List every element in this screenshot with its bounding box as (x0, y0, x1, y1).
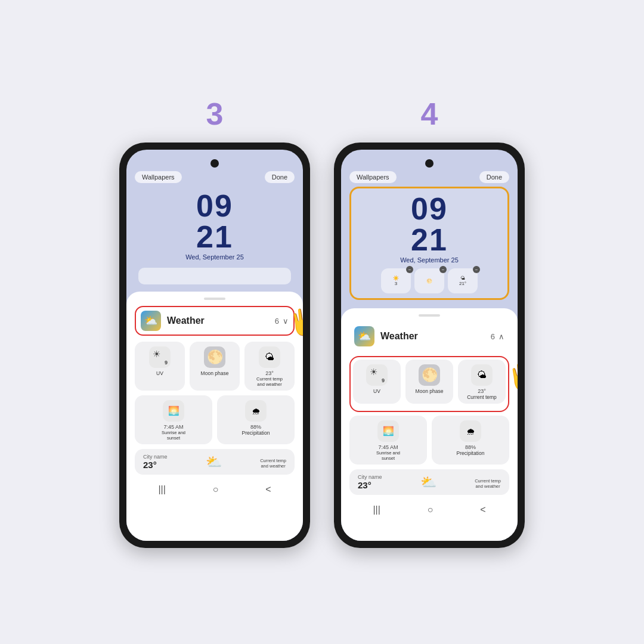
wallpapers-btn-4[interactable]: Wallpapers (349, 171, 397, 183)
bottom-sheet-4: ⛅ Weather 6 ∧ ☀ 9 (341, 308, 518, 541)
moon-widget-4[interactable]: 🌕 Moon phase (405, 360, 453, 404)
sunrise-widget-4[interactable]: 🌅 7:45 AM Sunrise andsunset (349, 416, 427, 465)
chevron-3: ∨ (283, 317, 289, 326)
remove-moon-btn-4[interactable]: − (439, 266, 447, 273)
precip-value-4: 88% (465, 444, 476, 450)
precip-icon-3: 🌧 (245, 400, 267, 422)
sheet-handle-3 (204, 298, 225, 300)
clock-date-4: Wed, September 25 (400, 256, 459, 264)
clock-hour-4: 09 (411, 193, 448, 224)
search-bar-3[interactable] (138, 268, 291, 284)
uv-label-3: UV (156, 370, 163, 376)
menu-btn-4[interactable]: ||| (373, 504, 380, 515)
phone-3-topbar: Wallpapers Done (126, 165, 303, 187)
weather-header-4[interactable]: ⛅ Weather 6 ∧ (349, 323, 509, 350)
weather-header-3[interactable]: ⛅ Weather 6 ∨ (135, 306, 295, 336)
sunrise-icon-4: 🌅 (377, 420, 399, 442)
current-temp-widget-4[interactable]: 🌤 23° Current temp (458, 360, 506, 404)
uv-label-4: UV (373, 388, 380, 394)
sunrise-label-4: Sunrise andsunset (376, 450, 400, 461)
precip-widget-3[interactable]: 🌧 88% Precipitation (217, 395, 295, 444)
weather-app-icon-4: ⛅ (354, 326, 374, 346)
current-temp-widget-3[interactable]: 🌤 23° Current tempand weather (244, 342, 295, 391)
temp-label-4: Current temp (467, 394, 497, 400)
widget-row1-highlight-4: ☀ 9 UV 🌕 Moon phase (349, 356, 509, 412)
chevron-4: ∧ (499, 332, 504, 341)
sunrise-value-3: 7:45 AM (163, 424, 183, 430)
city-label-3: Current tempand weather (260, 458, 286, 469)
precip-widget-4[interactable]: 🌧 88% Precipitation (432, 416, 509, 465)
cloud-icon-4: 🌤 (471, 364, 493, 386)
city-label-4: Current tempand weather (475, 478, 501, 489)
weather-count-3: 6 (275, 317, 279, 326)
city-info-4: City name 23° (358, 474, 382, 490)
uv-icon-3: ☀ 9 (149, 346, 171, 368)
sunrise-widget-3[interactable]: 🌅 7:45 AM Sunrise andsunset (135, 395, 212, 444)
main-container: 3 Wallpapers Done 09 21 Wed, September 2… (0, 0, 644, 644)
weather-title-3: Weather (167, 315, 275, 326)
clock-hour-3: 09 (196, 190, 233, 221)
cloud-icon-3: 🌤 (259, 346, 280, 368)
mini-cloud-icon-4: 🌤 (460, 275, 465, 281)
clock-date-3: Wed, September 25 (185, 253, 244, 261)
mini-widgets-4: − ☀️ 3 − 🌕 − 🌤 21° (381, 268, 478, 293)
sunrise-value-4: 7:45 AM (378, 444, 398, 450)
moon-icon-4: 🌕 (419, 364, 440, 386)
city-widget-3[interactable]: City name 23° ⛅ Current tempand weather (135, 449, 295, 475)
phone-4-notch (425, 159, 434, 168)
mini-widget-temp-4[interactable]: − 🌤 21° (448, 268, 478, 293)
sunrise-icon-3: 🌅 (163, 400, 184, 422)
remove-uv-btn-4[interactable]: − (406, 266, 413, 273)
widget-row1-4: ☀ 9 UV 🌕 Moon phase (353, 360, 506, 404)
temp-value-4: 23° (478, 388, 486, 394)
menu-btn-3[interactable]: ||| (158, 484, 165, 495)
step-3-column: 3 Wallpapers Done 09 21 Wed, September 2… (119, 96, 310, 548)
clock-area-4: 09 21 Wed, September 25 − ☀️ 3 − 🌕 (349, 187, 509, 300)
back-btn-4[interactable]: < (480, 504, 485, 515)
mini-widget-uv-4[interactable]: − ☀️ 3 (381, 268, 411, 293)
city-temp-4: 23° (358, 480, 382, 490)
done-btn-3[interactable]: Done (265, 171, 295, 183)
phone-4: Wallpapers Done 09 21 Wed, September 25 … (334, 143, 525, 548)
step-3-number: 3 (206, 96, 224, 132)
temp-value-3: 23° (265, 370, 274, 376)
city-temp-3: 23° (143, 460, 168, 470)
back-btn-3[interactable]: < (265, 484, 271, 495)
mini-widget-moon-4[interactable]: − 🌕 (414, 268, 444, 293)
phone-4-topbar: Wallpapers Done (341, 165, 518, 187)
phone-4-screen: Wallpapers Done 09 21 Wed, September 25 … (341, 150, 518, 541)
clock-minute-3: 21 (196, 221, 233, 252)
phone-3-screen: Wallpapers Done 09 21 Wed, September 25 (126, 150, 303, 541)
weather-app-icon-3: ⛅ (141, 311, 161, 331)
mini-uv-val-4: 3 (395, 281, 397, 286)
clock-minute-4: 21 (411, 224, 448, 255)
done-btn-4[interactable]: Done (479, 171, 509, 183)
remove-temp-btn-4[interactable]: − (473, 266, 480, 273)
widget-row2-3: 🌅 7:45 AM Sunrise andsunset 🌧 88% Precip… (135, 395, 295, 444)
step-4-column: 4 Wallpapers Done 09 21 Wed, September 2… (334, 96, 525, 548)
home-btn-3[interactable]: ○ (213, 484, 219, 495)
uv-widget-3[interactable]: ☀ 9 UV (135, 342, 185, 391)
weather-title-4: Weather (380, 331, 491, 342)
city-cloud-icon-4: ⛅ (420, 475, 436, 490)
temp-label-3: Current tempand weather (256, 376, 283, 387)
city-info-3: City name 23° (143, 454, 168, 470)
phone-3-notch (210, 159, 219, 168)
uv-icon-4: ☀ 9 (366, 364, 388, 386)
mini-uv-icon-4: ☀️ (393, 275, 399, 281)
home-btn-4[interactable]: ○ (428, 504, 434, 515)
bottom-sheet-3: ⛅ Weather 6 ∨ 🖐 ☀ 9 (126, 292, 303, 541)
wallpapers-btn-3[interactable]: Wallpapers (135, 171, 182, 183)
mini-moon-icon-4: 🌕 (426, 278, 432, 284)
step-4-number: 4 (421, 96, 438, 132)
moon-icon-3: 🌕 (204, 346, 225, 368)
widget-row2-4: 🌅 7:45 AM Sunrise andsunset 🌧 88% Precip… (349, 416, 509, 465)
clock-area-3: 09 21 Wed, September 25 (126, 187, 303, 265)
city-cloud-icon-3: ⛅ (206, 454, 222, 470)
uv-widget-4[interactable]: ☀ 9 UV (353, 360, 401, 404)
city-widget-4[interactable]: City name 23° ⛅ Current tempand weather (349, 469, 509, 495)
nav-bar-4: ||| ○ < (349, 500, 509, 518)
moon-widget-3[interactable]: 🌕 Moon phase (190, 342, 240, 391)
precip-value-3: 88% (250, 424, 261, 430)
phone-3: Wallpapers Done 09 21 Wed, September 25 (119, 143, 310, 548)
